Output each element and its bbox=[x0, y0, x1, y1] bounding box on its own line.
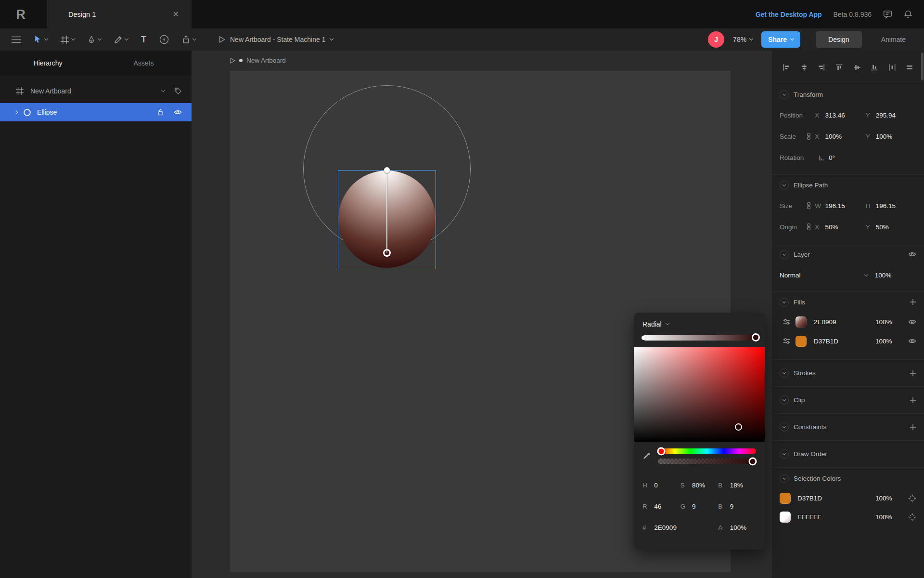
tab-hierarchy[interactable]: Hierarchy bbox=[0, 51, 96, 76]
selection-color-swatch[interactable] bbox=[780, 512, 791, 523]
fill-row[interactable]: 2E0909 100% bbox=[772, 312, 924, 331]
fill-visibility-eye-icon[interactable] bbox=[908, 337, 916, 345]
notifications-bell-icon[interactable] bbox=[904, 10, 912, 19]
link-chain-icon[interactable] bbox=[805, 132, 815, 140]
pen-tool[interactable] bbox=[88, 36, 101, 44]
align-right-icon[interactable] bbox=[818, 64, 825, 71]
mode-animate-button[interactable]: Animate bbox=[871, 31, 916, 48]
share-button[interactable]: Share bbox=[761, 31, 800, 48]
sv-cursor-handle[interactable] bbox=[735, 423, 742, 431]
avatar[interactable]: J bbox=[708, 31, 724, 48]
alpha-value-field[interactable]: 100% bbox=[730, 524, 756, 531]
section-selection-colors-header[interactable]: Selection Colors bbox=[772, 468, 924, 489]
target-crosshair-icon[interactable] bbox=[908, 513, 916, 521]
gradient-start-handle[interactable] bbox=[384, 167, 390, 173]
layer-visibility-eye-icon[interactable] bbox=[908, 250, 916, 258]
get-desktop-app-link[interactable]: Get the Desktop App bbox=[756, 11, 822, 18]
add-stroke-icon[interactable] bbox=[910, 370, 916, 377]
section-clip-header[interactable]: Clip bbox=[772, 387, 924, 413]
align-horizontal-center-icon[interactable] bbox=[800, 64, 808, 71]
origin-x-field[interactable]: 50% bbox=[825, 223, 865, 231]
fill-hex-value[interactable]: 2E0909 bbox=[814, 318, 875, 326]
rotation-field[interactable]: 0° bbox=[829, 154, 873, 161]
pen-tool-caret-icon[interactable] bbox=[98, 37, 102, 40]
select-tool-caret-icon[interactable] bbox=[44, 37, 48, 40]
expand-caret-icon[interactable] bbox=[14, 110, 18, 114]
link-chain-icon[interactable] bbox=[805, 223, 815, 231]
section-fills-header[interactable]: Fills bbox=[772, 292, 924, 312]
fill-options-sliders-icon[interactable] bbox=[783, 318, 791, 326]
text-tool[interactable]: T bbox=[141, 35, 146, 45]
unlock-icon[interactable] bbox=[157, 108, 164, 116]
gradient-type-caret-icon[interactable] bbox=[665, 321, 669, 325]
artboard-header[interactable]: New Artboard bbox=[230, 57, 286, 64]
share-caret-icon[interactable] bbox=[790, 37, 794, 40]
hue-slider[interactable] bbox=[658, 448, 756, 454]
select-tool[interactable] bbox=[34, 35, 48, 44]
feedback-icon[interactable] bbox=[883, 10, 892, 19]
blend-mode-select[interactable]: Normal bbox=[780, 272, 868, 279]
blend-caret-icon[interactable] bbox=[864, 272, 868, 276]
scale-y-field[interactable]: 100% bbox=[876, 133, 916, 140]
position-y-field[interactable]: 295.94 bbox=[876, 112, 916, 119]
tree-item-ellipse[interactable]: Ellipse bbox=[0, 103, 192, 121]
green-value-field[interactable]: 9 bbox=[692, 503, 718, 510]
tab-assets[interactable]: Assets bbox=[96, 51, 192, 76]
selection-color-row[interactable]: D37B1D 100% bbox=[772, 489, 924, 508]
position-x-field[interactable]: 313.46 bbox=[825, 112, 865, 119]
fill-opacity-field[interactable]: 100% bbox=[875, 338, 900, 345]
collapse-chevron-icon[interactable] bbox=[780, 298, 789, 307]
artboard-name-label[interactable]: New Artboard bbox=[246, 57, 286, 64]
collapse-chevron-icon[interactable] bbox=[780, 449, 789, 459]
section-transform-header[interactable]: Transform bbox=[772, 84, 924, 105]
origin-y-field[interactable]: 50% bbox=[876, 223, 916, 231]
collapse-chevron-icon[interactable] bbox=[780, 395, 789, 405]
target-crosshair-icon[interactable] bbox=[908, 494, 916, 502]
section-constraints-header[interactable]: Constraints bbox=[772, 414, 924, 440]
collapse-chevron-icon[interactable] bbox=[780, 90, 789, 99]
align-left-icon[interactable] bbox=[783, 64, 790, 71]
add-fill-icon[interactable] bbox=[910, 299, 916, 305]
selection-color-swatch[interactable] bbox=[780, 493, 791, 504]
export-tool-caret-icon[interactable] bbox=[192, 37, 196, 40]
tag-icon[interactable] bbox=[174, 87, 182, 95]
saturation-value-field[interactable]: 80% bbox=[692, 482, 718, 489]
shapes-tool[interactable] bbox=[114, 36, 128, 44]
export-tool[interactable] bbox=[182, 35, 196, 44]
section-layer-header[interactable]: Layer bbox=[772, 244, 924, 264]
menu-hamburger-icon[interactable] bbox=[12, 36, 21, 43]
layer-opacity-field[interactable]: 100% bbox=[875, 272, 916, 279]
gradient-stop-end-selected[interactable] bbox=[752, 333, 760, 342]
section-strokes-header[interactable]: Strokes bbox=[772, 360, 924, 386]
eyedropper-icon[interactable] bbox=[642, 451, 651, 464]
artboard-nav[interactable]: New Artboard - State Machine 1 bbox=[219, 36, 333, 43]
fill-row[interactable]: D37B1D 100% bbox=[772, 331, 924, 351]
link-chain-icon[interactable] bbox=[805, 202, 815, 210]
collapse-chevron-icon[interactable] bbox=[780, 422, 789, 432]
close-tab-icon[interactable]: ✕ bbox=[173, 10, 179, 19]
scale-x-field[interactable]: 100% bbox=[825, 133, 865, 140]
align-vertical-middle-icon[interactable] bbox=[853, 64, 861, 71]
hue-handle[interactable] bbox=[657, 447, 666, 455]
artboard-tool-caret-icon[interactable] bbox=[71, 37, 75, 40]
red-value-field[interactable]: 46 bbox=[654, 503, 680, 510]
align-bottom-icon[interactable] bbox=[871, 64, 878, 71]
add-constraint-icon[interactable] bbox=[910, 424, 916, 431]
selection-color-hex[interactable]: D37B1D bbox=[797, 495, 875, 502]
fill-swatch[interactable] bbox=[796, 336, 807, 347]
artboard-caret-icon[interactable] bbox=[161, 88, 165, 92]
saturation-brightness-area[interactable] bbox=[634, 347, 765, 442]
section-draw-order-header[interactable]: Draw Order bbox=[772, 441, 924, 467]
add-clip-icon[interactable] bbox=[910, 397, 916, 404]
fill-visibility-eye-icon[interactable] bbox=[908, 318, 916, 326]
events-lightning-icon[interactable] bbox=[159, 35, 169, 44]
collapse-chevron-icon[interactable] bbox=[780, 474, 789, 483]
artboard-nav-caret-icon[interactable] bbox=[330, 37, 334, 40]
visibility-eye-icon[interactable] bbox=[174, 108, 182, 116]
section-ellipse-path-header[interactable]: Ellipse Path bbox=[772, 175, 924, 195]
distribute-horizontal-icon[interactable] bbox=[888, 64, 896, 71]
zoom-control[interactable]: 78% bbox=[733, 36, 753, 43]
fill-options-sliders-icon[interactable] bbox=[783, 337, 791, 345]
hex-value-field[interactable]: 2E0909 bbox=[654, 524, 718, 531]
alpha-handle[interactable] bbox=[749, 457, 757, 465]
